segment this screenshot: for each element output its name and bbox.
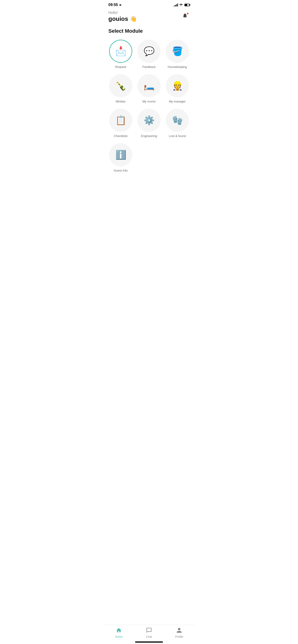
module-checklists[interactable]: 📋 Checklists — [107, 107, 134, 140]
module-guest-info[interactable]: ℹ️ Guest Info — [107, 142, 134, 174]
status-time: 09:55 — [108, 3, 118, 7]
module-engineering-label: Engineering — [141, 134, 157, 138]
hello-text: Hello! — [108, 11, 180, 15]
module-housekeeping-circle: 🪣 — [166, 40, 189, 63]
module-minibar-circle: 🍾 — [109, 74, 132, 97]
username-row: gouios 👋 — [108, 15, 180, 22]
module-housekeeping[interactable]: 🪣 Housekeeping — [164, 38, 191, 70]
location-icon: ➤ — [119, 3, 122, 7]
module-lost-found-circle: 🧤 — [166, 109, 189, 132]
module-my-rooms-circle: 🛏️ — [137, 74, 161, 97]
module-lost-found-label: Lost & found — [169, 134, 186, 138]
greeting-section: Hello! gouios 👋 — [108, 11, 180, 22]
module-my-manager-circle: 👷 — [166, 74, 189, 97]
minibar-icon: 🍾 — [115, 81, 126, 91]
module-checklists-circle: 📋 — [109, 109, 132, 132]
module-housekeeping-label: Housekeeping — [168, 65, 187, 68]
module-my-manager[interactable]: 👷 My manager — [164, 72, 191, 105]
module-feedback[interactable]: 💬 Feedback — [136, 38, 162, 70]
notification-dot — [187, 12, 189, 14]
module-request-label: Request — [115, 65, 126, 68]
status-icons — [174, 3, 190, 7]
module-lost-found[interactable]: 🧤 Lost & found — [164, 107, 191, 140]
module-engineering-circle: ⚙️ — [137, 109, 161, 132]
module-request-circle: 📩 — [109, 40, 132, 63]
module-my-rooms-label: My rooms — [142, 100, 155, 103]
wifi-icon — [179, 3, 183, 7]
section-title: Select Module — [104, 22, 194, 38]
modules-grid: 📩 Request 💬 Feedback 🪣 Housekeeping 🍾 Mi… — [104, 38, 194, 174]
battery-icon — [184, 4, 190, 6]
checklists-icon: 📋 — [115, 115, 126, 126]
module-guest-info-label: Guest Info — [114, 169, 128, 172]
module-guest-info-circle: ℹ️ — [109, 143, 132, 166]
status-bar: 09:55 ➤ — [104, 0, 194, 9]
signal-icon — [174, 3, 178, 6]
guest-info-icon: ℹ️ — [115, 150, 126, 160]
request-icon: 📩 — [115, 46, 126, 56]
module-minibar[interactable]: 🍾 Minibar — [107, 72, 134, 105]
header: Hello! gouios 👋 — [104, 9, 194, 22]
notification-bell[interactable] — [180, 12, 190, 21]
module-minibar-label: Minibar — [116, 100, 126, 103]
module-feedback-circle: 💬 — [137, 40, 161, 63]
module-my-rooms[interactable]: 🛏️ My rooms — [136, 72, 162, 105]
module-my-manager-label: My manager — [169, 100, 186, 103]
wave-emoji: 👋 — [130, 16, 137, 22]
my-manager-icon: 👷 — [172, 81, 183, 91]
housekeeping-icon: 🪣 — [172, 46, 183, 56]
module-feedback-label: Feedback — [142, 65, 155, 68]
module-engineering[interactable]: ⚙️ Engineering — [136, 107, 162, 140]
feedback-icon: 💬 — [144, 46, 155, 56]
engineering-icon: ⚙️ — [144, 115, 155, 126]
lost-found-icon: 🧤 — [172, 115, 183, 126]
username: gouios — [108, 15, 128, 22]
module-checklists-label: Checklists — [114, 134, 127, 138]
module-request[interactable]: 📩 Request — [107, 38, 134, 70]
my-rooms-icon: 🛏️ — [144, 81, 155, 91]
